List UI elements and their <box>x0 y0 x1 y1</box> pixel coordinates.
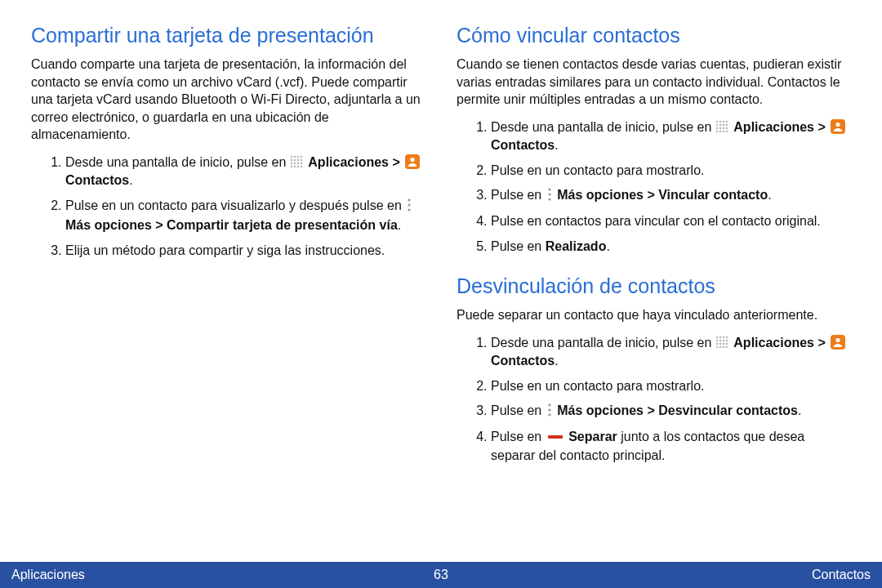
svg-point-4 <box>291 159 293 162</box>
svg-point-44 <box>723 336 725 338</box>
heading-share-card: Compartir una tarjeta de presentación <box>31 23 425 47</box>
svg-point-1 <box>294 156 296 158</box>
svg-point-21 <box>716 120 719 122</box>
heading-link-contacts: Cómo vincular contactos <box>457 23 851 47</box>
svg-point-60 <box>548 403 550 406</box>
period-text: . <box>555 354 558 368</box>
svg-point-61 <box>548 408 550 411</box>
svg-point-6 <box>297 159 300 162</box>
period-text: . <box>398 218 401 232</box>
bold-separate: Separar <box>568 430 617 443</box>
svg-point-39 <box>548 188 550 190</box>
svg-point-36 <box>726 130 728 132</box>
svg-point-5 <box>294 159 296 162</box>
list-item: Pulse en un contacto para mostrarlo. <box>491 377 851 395</box>
svg-point-3 <box>301 156 303 158</box>
svg-point-15 <box>301 166 303 168</box>
more-options-icon <box>547 403 552 421</box>
svg-point-38 <box>836 122 840 127</box>
svg-point-47 <box>719 339 722 341</box>
svg-point-51 <box>719 342 722 345</box>
svg-point-33 <box>716 130 719 132</box>
svg-point-42 <box>716 336 719 338</box>
svg-point-13 <box>294 166 296 168</box>
intro-unlink-contacts: Puede separar un contacto que haya vincu… <box>457 306 851 324</box>
apps-label: Aplicaciones > <box>733 336 829 350</box>
svg-point-29 <box>716 127 719 129</box>
footer-topic-label: Contactos <box>584 568 871 582</box>
svg-point-9 <box>294 163 296 165</box>
svg-point-18 <box>408 198 411 201</box>
svg-point-14 <box>297 166 300 168</box>
bold-path: Más opciones > Desvincular contactos <box>557 403 798 417</box>
apps-grid-icon <box>715 120 728 133</box>
footer-section-label: Aplicaciones <box>11 568 298 582</box>
svg-point-35 <box>723 130 725 132</box>
apps-grid-icon <box>715 336 728 349</box>
apps-grid-icon <box>290 155 303 168</box>
contacts-label: Contactos <box>65 173 129 187</box>
steps-unlink-contacts: Desde una pantalla de inicio, pulse en A… <box>457 334 851 465</box>
list-item: Pulse en contactos para vincular con el … <box>491 212 851 230</box>
svg-point-34 <box>719 130 722 132</box>
step-text: Desde una pantalla de inicio, pulse en <box>491 120 715 134</box>
svg-point-27 <box>723 123 725 126</box>
svg-point-22 <box>719 120 722 122</box>
contacts-icon <box>831 335 845 350</box>
more-options-icon <box>407 198 412 216</box>
contacts-label: Contactos <box>491 138 555 152</box>
svg-point-46 <box>716 339 719 341</box>
svg-point-17 <box>411 158 415 162</box>
right-column: Cómo vincular contactos Cuando se tienen… <box>457 23 851 555</box>
step-text: Pulse en <box>491 430 546 443</box>
step-text: Pulse en un contacto para visualizarlo y… <box>65 198 405 212</box>
step-text: Pulse en <box>491 239 546 253</box>
svg-point-20 <box>408 208 411 211</box>
apps-label: Aplicaciones > <box>308 155 403 169</box>
contacts-icon <box>831 119 845 134</box>
list-item: Pulse en Más opciones > Desvincular cont… <box>491 402 851 421</box>
list-item: Pulse en un contacto para mostrarlo. <box>491 162 851 180</box>
svg-point-40 <box>548 193 550 195</box>
list-item: Desde una pantalla de inicio, pulse en A… <box>65 154 425 190</box>
svg-point-2 <box>297 156 300 158</box>
svg-point-26 <box>719 123 722 126</box>
list-item: Desde una pantalla de inicio, pulse en A… <box>491 118 851 155</box>
more-options-icon <box>547 188 552 206</box>
svg-point-57 <box>726 345 728 348</box>
step-text: Desde una pantalla de inicio, pulse en <box>491 336 715 350</box>
bold-path: Más opciones > Vincular contacto <box>557 188 768 202</box>
step-text: Pulse en <box>491 188 546 202</box>
page-footer: Aplicaciones 63 Contactos <box>0 562 882 588</box>
svg-point-50 <box>716 342 719 345</box>
heading-unlink-contacts: Desvinculación de contactos <box>457 274 851 298</box>
apps-label: Aplicaciones > <box>733 120 829 134</box>
svg-point-11 <box>301 163 303 165</box>
bold-path: Más opciones > Compartir tarjeta de pres… <box>65 218 398 232</box>
svg-point-59 <box>836 338 840 342</box>
period-text: . <box>606 239 609 253</box>
intro-link-contacts: Cuando se tienen contactos desde varias … <box>457 56 851 109</box>
left-column: Compartir una tarjeta de presentación Cu… <box>31 23 425 555</box>
svg-point-62 <box>548 413 550 416</box>
list-item: Pulse en Separar junto a los contactos q… <box>491 428 851 465</box>
period-text: . <box>129 173 132 187</box>
step-text: Pulse en <box>491 403 546 417</box>
svg-point-45 <box>726 336 728 338</box>
list-item: Pulse en Más opciones > Vincular contact… <box>491 186 851 206</box>
svg-point-31 <box>723 127 725 129</box>
svg-point-10 <box>297 163 300 165</box>
svg-point-43 <box>719 336 722 338</box>
svg-point-53 <box>726 342 728 345</box>
minus-icon <box>548 435 563 439</box>
svg-point-24 <box>726 120 728 122</box>
svg-point-48 <box>723 339 725 341</box>
svg-point-7 <box>301 159 303 162</box>
svg-point-41 <box>548 198 550 200</box>
period-text: . <box>768 188 771 202</box>
svg-point-56 <box>723 345 725 348</box>
svg-point-54 <box>716 345 719 348</box>
contacts-icon <box>405 154 420 169</box>
svg-point-52 <box>723 342 725 345</box>
svg-point-8 <box>291 163 293 165</box>
